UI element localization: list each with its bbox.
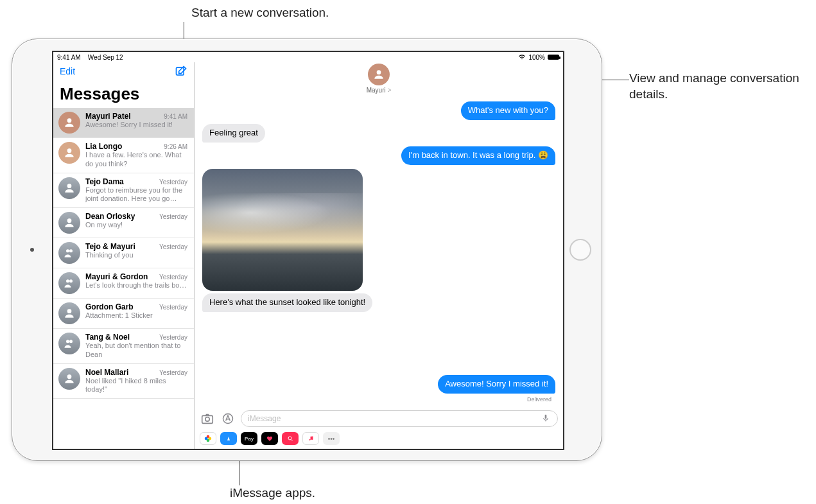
app-applepay[interactable]: Pay [241, 432, 257, 445]
conversation-list[interactable]: Mayuri Patel9:41 AM Awesome! Sorry I mis… [53, 108, 194, 449]
app-appstore[interactable] [220, 432, 237, 445]
front-camera [30, 248, 34, 252]
conversation-name: Tejo Dama [85, 177, 124, 186]
appstore-button[interactable] [220, 411, 236, 426]
svg-rect-17 [545, 414, 547, 419]
conversation-item[interactable]: Mayuri & GordonYesterday Let's look thro… [53, 268, 194, 299]
conversation-name: Mayuri Patel [85, 112, 131, 121]
svg-point-13 [377, 70, 381, 74]
svg-point-6 [69, 249, 73, 252]
status-right: 100% [518, 54, 559, 61]
conversation-preview: Awesome! Sorry I missed it! [85, 121, 187, 130]
message-row: I'm back in town. It was a long trip. 😩 [202, 146, 555, 165]
callout-details: View and manage conversation details. [629, 71, 816, 102]
contact-name: Mayuri > [367, 87, 392, 94]
conversation-name: Tang & Noel [85, 333, 130, 342]
svg-point-3 [67, 184, 72, 188]
home-button[interactable] [569, 239, 591, 261]
conversation-item[interactable]: Tejo DamaYesterday Forgot to reimburse y… [53, 173, 194, 209]
message-bubble-received[interactable]: Feeling great [202, 124, 265, 143]
screen: 9:41 AM Wed Sep 12 100% Edit [52, 51, 564, 450]
sidebar-header: Edit [53, 62, 194, 79]
conversation-preview: On my way! [85, 221, 187, 230]
status-time: 9:41 AM [57, 54, 81, 61]
avatar [58, 272, 80, 294]
conversation-preview: Forgot to reimburse you for the joint do… [85, 186, 187, 204]
conversation-body: Dean OrloskyYesterday On my way! [85, 212, 187, 234]
conversation-time: Yesterday [159, 334, 187, 341]
callout-appdrawer: iMessage apps. [230, 485, 315, 501]
avatar [58, 112, 80, 134]
conversation-time: 9:26 AM [164, 143, 187, 150]
conversation-name: Tejo & Mayuri [85, 242, 135, 251]
conversation-item[interactable]: Tang & NoelYesterday Yeah, but don't men… [53, 329, 194, 364]
app-photos[interactable] [200, 432, 216, 445]
conversation-body: Tejo DamaYesterday Forgot to reimburse y… [85, 177, 187, 204]
svg-point-22 [288, 437, 291, 440]
compose-button[interactable] [175, 65, 187, 78]
message-row: Feeling great [202, 124, 555, 143]
message-bubble-sent[interactable]: Awesome! Sorry I missed it! [438, 375, 555, 394]
conversation-body: Noel MallariYesterday Noel liked "I hike… [85, 368, 187, 395]
conversation-time: Yesterday [159, 274, 187, 281]
app-heart[interactable] [261, 432, 278, 445]
conversation-preview: Let's look through the trails bo… [85, 281, 187, 290]
chevron-right-icon: > [387, 87, 391, 94]
chat-body[interactable]: What's new with you? Feeling great I'm b… [195, 96, 563, 408]
camera-button[interactable] [200, 411, 215, 426]
edit-button[interactable]: Edit [60, 66, 75, 76]
conversation-body: Tang & NoelYesterday Yeah, but don't men… [85, 333, 187, 360]
conversation-name: Noel Mallari [85, 368, 128, 377]
message-bubble-received[interactable]: Here's what the sunset looked like tonig… [202, 293, 372, 312]
avatar [58, 142, 80, 164]
svg-point-11 [69, 340, 73, 343]
app-images-search[interactable] [282, 432, 299, 445]
conversation-item[interactable]: Dean OrloskyYesterday On my way! [53, 208, 194, 238]
conversation-preview: Yeah, but don't mention that to Dean [85, 342, 187, 360]
conversation-item[interactable]: Noel MallariYesterday Noel liked "I hike… [53, 364, 194, 399]
conversation-time: Yesterday [159, 178, 187, 186]
status-bar: 9:41 AM Wed Sep 12 100% [53, 52, 563, 62]
conversation-body: Tejo & MayuriYesterday Thinking of you [85, 242, 187, 264]
conversation-time: Yesterday [159, 369, 187, 376]
conversation-time: Yesterday [159, 213, 187, 220]
conversation-preview: I have a few. Here's one. What do you th… [85, 151, 187, 169]
svg-point-7 [66, 279, 69, 282]
conversation-body: Gordon GarbYesterday Attachment: 1 Stick… [85, 302, 187, 324]
wifi-icon [518, 54, 526, 61]
contact-details-button[interactable]: Mayuri > [195, 62, 563, 96]
conversation-preview: Noel liked "I hiked 8 miles today!" [85, 377, 187, 395]
input-bar: iMessage [195, 408, 563, 430]
ipad-frame: 9:41 AM Wed Sep 12 100% Edit [12, 39, 602, 461]
avatar [58, 212, 80, 234]
sidebar-title: Messages [53, 79, 194, 108]
battery-percent: 100% [528, 54, 545, 61]
dictation-icon[interactable] [541, 413, 551, 425]
message-bubble-sent[interactable]: What's new with you? [461, 101, 555, 120]
conversation-preview: Thinking of you [85, 251, 187, 260]
svg-point-2 [67, 148, 72, 153]
svg-point-8 [69, 279, 73, 282]
conversation-item[interactable]: Gordon GarbYesterday Attachment: 1 Stick… [53, 299, 194, 329]
message-row [202, 169, 555, 291]
avatar [58, 242, 80, 264]
svg-point-9 [67, 309, 72, 313]
delivered-status: Delivered [202, 396, 551, 403]
conversation-item[interactable]: Mayuri Patel9:41 AM Awesome! Sorry I mis… [53, 108, 194, 138]
image-attachment[interactable] [202, 169, 363, 291]
avatar [58, 333, 80, 354]
message-bubble-sent[interactable]: I'm back in town. It was a long trip. 😩 [401, 146, 555, 165]
message-row: Here's what the sunset looked like tonig… [202, 293, 555, 312]
conversation-name: Lia Longo [85, 142, 122, 151]
svg-point-1 [67, 118, 72, 123]
svg-point-4 [67, 218, 72, 223]
conversation-body: Mayuri Patel9:41 AM Awesome! Sorry I mis… [85, 112, 187, 134]
app-more[interactable]: ••• [323, 432, 340, 445]
message-input[interactable]: iMessage [241, 410, 558, 427]
app-music[interactable] [302, 432, 319, 445]
conversation-item[interactable]: Tejo & MayuriYesterday Thinking of you [53, 238, 194, 268]
conversation-item[interactable]: Lia Longo9:26 AM I have a few. Here's on… [53, 138, 194, 173]
conversation-body: Mayuri & GordonYesterday Let's look thro… [85, 272, 187, 294]
status-left: 9:41 AM Wed Sep 12 [57, 54, 123, 61]
svg-point-21 [205, 437, 208, 440]
